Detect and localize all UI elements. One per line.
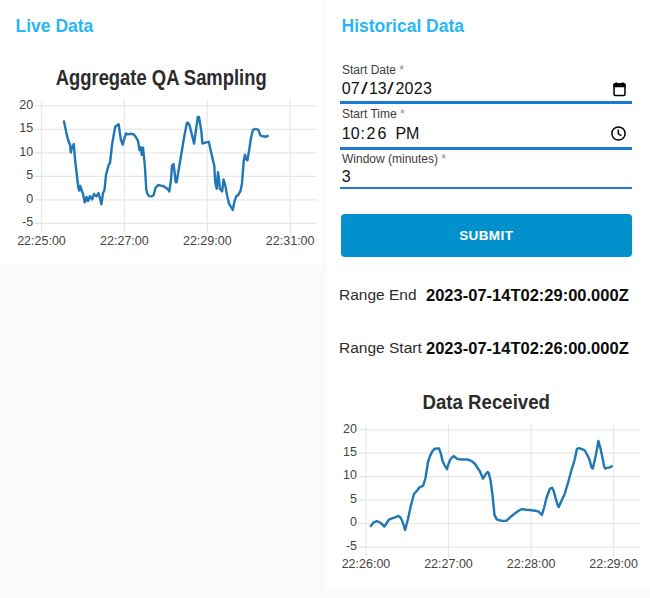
svg-text:10: 10	[19, 145, 33, 159]
svg-text:5: 5	[26, 168, 33, 182]
svg-text:-5: -5	[346, 539, 357, 553]
svg-text:22:27:00: 22:27:00	[100, 234, 149, 248]
svg-text:22:28:00: 22:28:00	[507, 557, 556, 571]
svg-text:-5: -5	[22, 215, 33, 229]
svg-text:20: 20	[19, 98, 33, 112]
svg-text:15: 15	[343, 445, 357, 459]
svg-text:22:25:00: 22:25:00	[17, 234, 66, 248]
svg-text:22:26:00: 22:26:00	[342, 557, 391, 571]
svg-text:5: 5	[350, 492, 357, 506]
svg-text:Aggregate QA Sampling: Aggregate QA Sampling	[56, 66, 267, 90]
svg-text:22:29:00: 22:29:00	[183, 234, 232, 248]
svg-text:0: 0	[26, 192, 33, 206]
svg-text:0: 0	[350, 515, 357, 529]
svg-text:10: 10	[343, 468, 357, 482]
svg-text:Data Received: Data Received	[423, 390, 551, 413]
svg-text:22:29:00: 22:29:00	[589, 557, 638, 571]
svg-text:20: 20	[343, 422, 357, 436]
svg-text:22:27:00: 22:27:00	[424, 557, 473, 571]
svg-text:22:31:00: 22:31:00	[266, 234, 315, 248]
svg-text:15: 15	[19, 121, 33, 135]
